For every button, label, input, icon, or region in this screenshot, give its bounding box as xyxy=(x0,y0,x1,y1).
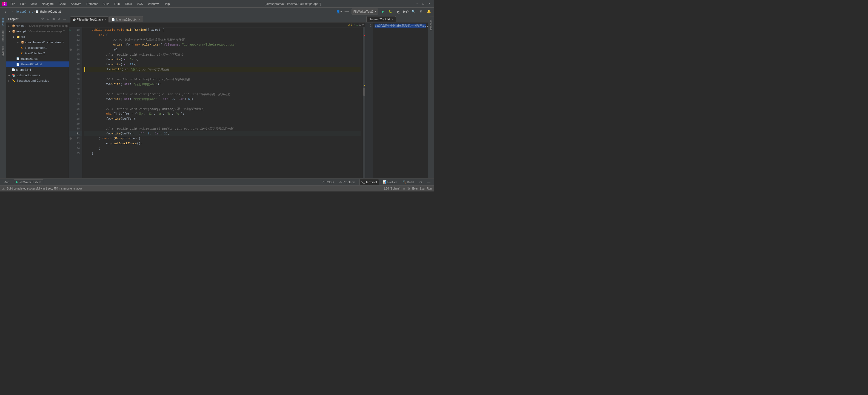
menu-build[interactable]: Build xyxy=(100,2,112,6)
file-tab-itheima02out[interactable]: itheima02out.txt ✕ xyxy=(366,16,396,22)
bottom-tab-build[interactable]: 🔨 Build xyxy=(401,179,415,185)
file-tab-label: itheima02out.txt xyxy=(369,18,390,21)
bottom-tab-profiler[interactable]: 📊 Profiler xyxy=(381,179,399,185)
breadcrumb-io-app2[interactable]: io-app2 xyxy=(17,10,27,13)
profile-button[interactable]: 👤▾ xyxy=(336,8,342,15)
run-configuration[interactable]: FileWriterTest2 ▾ xyxy=(351,8,378,15)
tab-filewritertest2[interactable]: ☕ FileWriterTest2.java ✕ xyxy=(70,17,109,23)
bottom-close-btn[interactable]: — xyxy=(426,179,432,185)
debug-button[interactable]: 🐛 xyxy=(388,8,394,15)
settings-button[interactable]: ⚙ xyxy=(418,8,424,15)
search-button[interactable]: 🔍 xyxy=(410,8,416,15)
tree-item-file-io-app[interactable]: ▸ 📦 file-io-app D:\code\javasepromax\fil… xyxy=(6,23,69,29)
sidebar-tab-favorites[interactable]: Favorites xyxy=(0,44,5,59)
code-editor[interactable]: ▶ 10 11 12 13 14 15 16 17 18 19 20 21 22… xyxy=(69,27,365,178)
run-button[interactable]: ▶ xyxy=(380,8,386,15)
gutter-14: 14 xyxy=(69,47,82,52)
menu-analyze[interactable]: Analyze xyxy=(68,2,84,6)
check-indicator[interactable]: ✓ 1 xyxy=(353,23,358,26)
menu-window[interactable]: Window xyxy=(146,2,161,6)
nav-prev[interactable]: ∧ xyxy=(359,23,361,26)
gutter-13: 13 xyxy=(69,42,82,47)
event-log-label[interactable]: Event Log xyxy=(412,187,425,190)
scroll-thumb[interactable] xyxy=(363,88,365,96)
breadcrumb-src[interactable]: src xyxy=(29,10,33,13)
nav-next[interactable]: ∨ xyxy=(362,23,364,26)
bottom-panel: Run: FileWriterTest2 ✕ ☑ TODO ⚠ Problems… xyxy=(0,178,434,186)
tree-item-scratches[interactable]: ▸ ✏️ Scratches and Consoles xyxy=(6,78,69,83)
code-line-22 xyxy=(84,87,361,92)
left-sidebar: Project Structure Favorites xyxy=(0,16,6,178)
expand-all-button[interactable]: ⊞ xyxy=(51,17,56,21)
gutter-32: 32 xyxy=(69,136,82,141)
warning-indicator[interactable]: ⚠ 1 xyxy=(348,23,352,26)
tree-item-filewritertest2[interactable]: C FileWriterTest2 xyxy=(6,51,69,56)
menu-code[interactable]: Code xyxy=(57,2,68,6)
tab-close-filewritertest2[interactable]: ✕ xyxy=(104,18,106,21)
bottom-settings-btn[interactable]: ⚙ xyxy=(417,179,424,185)
menu-tools[interactable]: Tools xyxy=(122,2,134,6)
status-warning-icon: ⚠ xyxy=(2,187,5,190)
minimize-button[interactable]: − xyxy=(415,1,420,6)
code-line-25 xyxy=(84,102,361,107)
bottom-tab-terminal[interactable]: >_ Terminal xyxy=(360,179,379,185)
menu-navigate[interactable]: Navigate xyxy=(39,2,56,6)
run-status-label[interactable]: Run xyxy=(427,187,432,190)
tree-item-package[interactable]: ▾ 📦 com.itheima.d1_char_stream xyxy=(6,39,69,45)
tree-item-itheima01[interactable]: 📄 itheima01.txt xyxy=(6,56,69,61)
tree-label-scratches: Scratches and Consoles xyxy=(17,79,49,82)
notifications-button[interactable]: 🔔 xyxy=(426,8,432,15)
tree-item-filereadertest1[interactable]: C FileReaderTest1 xyxy=(6,45,69,51)
status-settings[interactable]: ⚙ xyxy=(403,187,405,190)
tab-close-itheima02out[interactable]: ✕ xyxy=(138,18,141,21)
sync-button[interactable]: ⟳ xyxy=(40,17,45,21)
status-ime[interactable]: 英 xyxy=(407,187,410,191)
problems-label: Problems xyxy=(343,180,355,184)
code-line-29 xyxy=(84,121,361,126)
menu-file[interactable]: File xyxy=(8,2,18,6)
tree-item-io-app2[interactable]: ▾ 📦 io-app2 D:\code\javasepromax\io-app2 xyxy=(6,29,69,34)
code-line-35: } xyxy=(84,151,361,156)
settings-panel-button[interactable]: ⚙ xyxy=(57,17,61,21)
nav-back-btn[interactable]: ⟵ xyxy=(344,8,350,15)
bottom-tab-todo[interactable]: ☑ TODO xyxy=(320,179,336,185)
gutter-15: 15 xyxy=(69,52,82,57)
tree-item-iml[interactable]: 📄 io-app2.iml xyxy=(6,67,69,73)
menu-view[interactable]: View xyxy=(28,2,39,6)
bottom-tab-problems[interactable]: ⚠ Problems xyxy=(338,179,357,185)
code-content[interactable]: public static void main(String[] args) {… xyxy=(82,27,363,178)
close-button[interactable]: ✕ xyxy=(427,1,432,6)
coverage-button[interactable]: ▶̲ xyxy=(395,8,401,15)
run-tag-close[interactable]: ✕ xyxy=(39,180,41,184)
menu-edit[interactable]: Edit xyxy=(18,2,28,6)
maximize-button[interactable]: □ xyxy=(421,1,426,6)
tree-item-itheima02out[interactable]: 📄 itheima02out.txt xyxy=(6,61,69,67)
title-bar: J File Edit View Navigate Code Analyze R… xyxy=(0,0,434,8)
menu-run[interactable]: Run xyxy=(112,2,122,6)
menu-help[interactable]: Help xyxy=(161,2,172,6)
forward-button[interactable]: › xyxy=(9,8,16,15)
database-btn[interactable]: Database xyxy=(429,17,434,34)
tree-item-ext-libs[interactable]: ▸ 📚 External Libraries xyxy=(6,73,69,78)
file-tab-close[interactable]: ✕ xyxy=(391,18,394,21)
run-config-chevron: ▾ xyxy=(375,9,376,13)
back-button[interactable]: ‹ xyxy=(2,8,8,15)
window-title: javasepromax - itheima02out.txt [io-app2… xyxy=(172,2,415,5)
tab-itheima02out[interactable]: 📄 itheima02out.txt ✕ xyxy=(109,16,143,22)
sidebar-tab-project[interactable]: Project xyxy=(0,16,5,28)
breadcrumb-sep2: › xyxy=(34,10,35,13)
code-line-13: Writer fw = new FileWriter( fileName: "i… xyxy=(84,42,361,47)
main-content: Project Structure Favorites Project ⟳ ⊟ … xyxy=(0,16,434,178)
file-text-content[interactable]: aa磊我爱你中国abc我爱你中国黑马abc黑马 xyxy=(373,23,428,178)
menu-refactor[interactable]: Refactor xyxy=(84,2,100,6)
menu-vcs[interactable]: VCS xyxy=(134,2,145,6)
code-line-11: try ( xyxy=(84,32,361,37)
tree-label-itheima01: itheima01.txt xyxy=(21,57,37,60)
hide-panel-button[interactable]: — xyxy=(62,17,67,21)
run-with-profiler[interactable]: ▶◐ xyxy=(403,8,409,15)
tree-item-src[interactable]: ▾ 📁 src xyxy=(6,34,69,39)
sidebar-tab-structure[interactable]: Structure xyxy=(0,28,5,44)
run-tag[interactable]: FileWriterTest2 ✕ xyxy=(14,179,43,185)
scroll-indicator[interactable] xyxy=(363,27,365,178)
collapse-all-button[interactable]: ⊟ xyxy=(46,17,50,21)
